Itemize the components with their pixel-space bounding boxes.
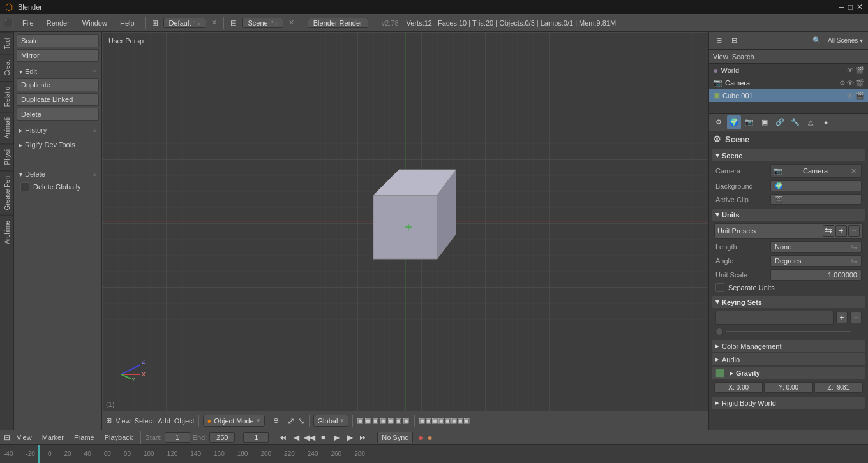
scene-section-header[interactable]: ▾ Scene bbox=[712, 149, 865, 161]
camera-prop-value[interactable]: 📷 Camera ✕ bbox=[770, 164, 862, 178]
viewport-icon[interactable]: ⬛ bbox=[4, 18, 13, 27]
render-menu[interactable]: Render bbox=[43, 18, 73, 28]
next-frame-button[interactable]: ▶ bbox=[344, 432, 355, 443]
tab-create[interactable]: Creat bbox=[0, 54, 13, 80]
duplicate-button[interactable]: Duplicate bbox=[17, 78, 99, 91]
file-menu[interactable]: File bbox=[19, 18, 38, 28]
minimize-button[interactable]: ─ bbox=[839, 3, 844, 11]
delete-globally-checkbox[interactable] bbox=[20, 182, 29, 191]
play-button[interactable]: ▶ bbox=[331, 432, 342, 443]
scene-selector[interactable]: Scene ⮀ bbox=[242, 18, 283, 28]
viewport-overlay-icons[interactable]: ▣▣▣▣▣▣▣ bbox=[357, 416, 410, 425]
length-prop-value[interactable]: None ⮀ bbox=[770, 241, 862, 253]
viewport-type-icon[interactable]: ⊞ bbox=[106, 416, 112, 425]
tab-tool[interactable]: Tool bbox=[0, 32, 13, 54]
record-active-button[interactable]: ● bbox=[427, 432, 432, 443]
world-render-icon[interactable]: 🎬 bbox=[855, 66, 864, 75]
unit-presets-add-button[interactable]: + bbox=[835, 225, 847, 237]
camera-settings-icon[interactable]: ⚙ bbox=[839, 79, 846, 87]
scene-props-icon[interactable]: ⚙ bbox=[712, 115, 726, 129]
select-menu[interactable]: Select bbox=[135, 417, 154, 425]
view-layer-icon[interactable]: ⊟ bbox=[727, 34, 741, 48]
pivot-icon[interactable]: ⊕ bbox=[273, 416, 279, 425]
keying-add-button[interactable]: + bbox=[836, 312, 848, 323]
constraints-icon[interactable]: 🔗 bbox=[773, 115, 787, 129]
outliner-item-cube[interactable]: ▣ Cube.001 👁 🎬 bbox=[709, 89, 868, 102]
rigify-section-header[interactable]: ▸ Rigify Dev Tools bbox=[17, 140, 99, 150]
render-preview-icons[interactable]: ▣▣▣▣▣▣▣▣ bbox=[419, 416, 470, 425]
tab-animation[interactable]: Animati bbox=[0, 112, 13, 143]
workspace-icon[interactable]: ⊞ bbox=[152, 18, 158, 27]
play-reverse-button[interactable]: ◀◀ bbox=[304, 432, 315, 443]
tab-physics[interactable]: Physi bbox=[0, 143, 13, 170]
screen-icon[interactable]: ⊟ bbox=[230, 18, 237, 27]
world-eye-icon[interactable]: 👁 bbox=[847, 66, 854, 75]
color-management-section[interactable]: ▸ Color Management bbox=[712, 340, 865, 352]
jump-start-button[interactable]: ⏮ bbox=[277, 432, 288, 443]
workspace-selector[interactable]: Default ⮀ bbox=[163, 18, 207, 28]
unit-presets-selector[interactable]: Unit Presets ⮀ + − bbox=[714, 223, 863, 239]
timeline-playback-menu[interactable]: Playback bbox=[101, 432, 137, 443]
delete-section-header[interactable]: ▾ Delete ≡ bbox=[17, 169, 99, 179]
jump-end-button[interactable]: ⏭ bbox=[357, 432, 369, 443]
tab-relations[interactable]: Relatio bbox=[0, 81, 13, 112]
gravity-z-field[interactable]: Z: -9.81 bbox=[814, 382, 863, 393]
scale-button[interactable]: Scale bbox=[17, 34, 99, 47]
view-menu[interactable]: View bbox=[116, 417, 131, 425]
cube-eye-icon[interactable]: 👁 bbox=[847, 92, 854, 100]
mirror-button[interactable]: Mirror bbox=[17, 49, 99, 62]
sync-selector[interactable]: No Sync bbox=[377, 432, 413, 443]
history-section-header[interactable]: ▸ History ≡ bbox=[17, 125, 99, 135]
add-menu[interactable]: Add bbox=[158, 417, 170, 425]
render-props-icon[interactable]: 📷 bbox=[742, 115, 756, 129]
mode-selector[interactable]: ● Object Mode ▾ bbox=[203, 415, 265, 427]
add-scene-icon[interactable]: ✕ bbox=[288, 18, 294, 27]
maximize-button[interactable]: □ bbox=[848, 3, 853, 11]
record-button[interactable]: ● bbox=[418, 432, 423, 443]
angle-prop-value[interactable]: Degrees ⮀ bbox=[770, 255, 862, 267]
gravity-x-field[interactable]: X: 0.00 bbox=[714, 382, 763, 393]
outliner-search-label[interactable]: Search bbox=[732, 53, 754, 61]
unit-presets-remove-button[interactable]: − bbox=[848, 225, 860, 237]
keying-remove-button[interactable]: − bbox=[850, 312, 862, 323]
object-props-icon[interactable]: ▣ bbox=[758, 115, 772, 129]
separate-units-checkbox[interactable] bbox=[715, 283, 724, 292]
prev-frame-button[interactable]: ◀ bbox=[290, 432, 302, 443]
transform-icons[interactable]: ⤢ ⤡ bbox=[287, 416, 305, 426]
start-frame-input[interactable]: 1 bbox=[165, 432, 190, 443]
unit-scale-input[interactable]: 1.000000 bbox=[770, 269, 862, 281]
engine-selector[interactable]: Blender Render bbox=[308, 18, 368, 28]
background-prop-value[interactable]: 🌍 bbox=[770, 180, 862, 191]
all-scenes-selector[interactable]: All Scenes ▾ bbox=[825, 34, 865, 48]
tab-archimesh[interactable]: Archime bbox=[0, 215, 13, 249]
rigid-body-world-section[interactable]: ▸ Rigid Body World bbox=[712, 397, 865, 409]
outliner-view-label[interactable]: View bbox=[713, 53, 728, 61]
stop-button[interactable]: ■ bbox=[317, 432, 329, 443]
tab-grease-pen[interactable]: Grease Pen bbox=[0, 170, 13, 215]
outliner-item-world[interactable]: ● World 👁 🎬 bbox=[709, 64, 868, 77]
gravity-checkbox[interactable] bbox=[715, 369, 724, 378]
data-icon[interactable]: △ bbox=[804, 115, 818, 129]
object-menu[interactable]: Object bbox=[174, 417, 195, 425]
timeline-view-menu[interactable]: View bbox=[13, 432, 36, 443]
timeline-marker-menu[interactable]: Marker bbox=[38, 432, 68, 443]
material-icon[interactable]: ● bbox=[819, 115, 833, 129]
current-frame-input[interactable]: 1 bbox=[243, 432, 269, 443]
audio-section[interactable]: ▸ Audio bbox=[712, 353, 865, 365]
camera-render-icon[interactable]: 🎬 bbox=[855, 79, 864, 87]
window-menu[interactable]: Window bbox=[79, 18, 111, 28]
help-menu[interactable]: Help bbox=[116, 18, 138, 28]
main-viewport[interactable]: User Persp bbox=[102, 32, 708, 430]
timeline-frame-menu[interactable]: Frame bbox=[70, 432, 98, 443]
active-clip-prop-value[interactable]: 🎬 bbox=[770, 194, 862, 205]
timeline-type-icon[interactable]: ⊟ bbox=[4, 433, 10, 442]
camera-clear-button[interactable]: ✕ bbox=[848, 166, 858, 176]
keying-sets-header[interactable]: ▾ Keying Sets bbox=[712, 296, 865, 308]
modifier-icon[interactable]: 🔧 bbox=[788, 115, 802, 129]
delete-button[interactable]: Delete bbox=[17, 108, 99, 121]
outliner-icon[interactable]: ⊞ bbox=[712, 34, 726, 48]
close-button[interactable]: ✕ bbox=[857, 3, 863, 11]
add-workspace-icon[interactable]: ✕ bbox=[211, 18, 217, 27]
transform-space-selector[interactable]: Global ▾ bbox=[313, 415, 349, 427]
timeline-ruler[interactable]: -40 -20 0 20 40 60 80 100 120 140 160 18… bbox=[0, 445, 868, 463]
